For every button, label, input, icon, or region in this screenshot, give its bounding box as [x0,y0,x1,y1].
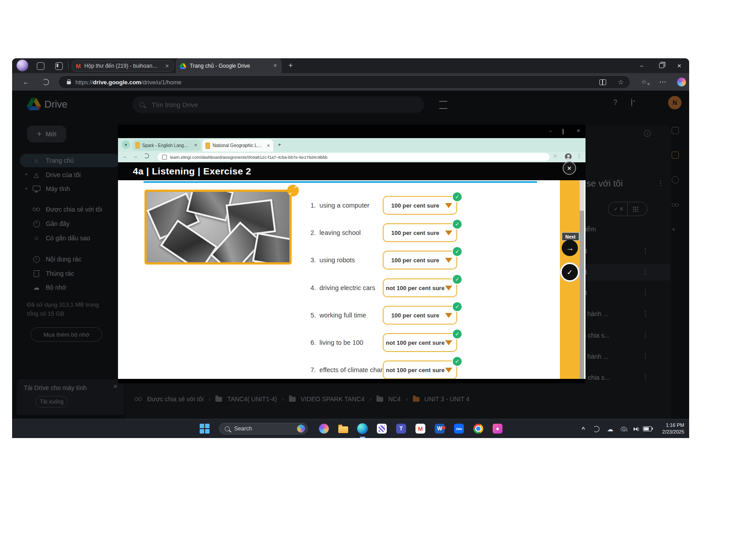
answer-dropdown[interactable]: not 100 per cent sure [383,333,457,352]
exercise-item-label: 4.driving electric cars [310,283,375,293]
inner-url-row: ← → learn.eltngl.com/dashboard/assignmen… [118,152,586,162]
address-bar[interactable]: https://drive.google.com/drive/u/1/home … [58,75,630,89]
correct-check-badge: ✓ [452,191,463,202]
taskbar-clock[interactable]: 1:16 PM 2/23/2025 [649,422,684,435]
gmail-icon[interactable]: M [415,423,426,434]
zalo-icon[interactable]: Zalo [454,423,464,434]
exercise-title: 4a | Listening | Exercise 2 [133,166,251,177]
inner-minimize-icon: – [549,128,552,133]
search-highlight-icon [297,425,305,433]
tab-title: Trang chủ - Google Drive [190,63,269,69]
close-tab-icon[interactable]: ✕ [272,63,278,69]
dropdown-caret-icon [445,230,452,235]
file-explorer-icon[interactable] [338,423,349,434]
inner-window-bottom-bar [118,379,586,383]
correct-check-badge: ✓ [452,219,463,230]
answer-dropdown[interactable]: not 100 per cent sure [383,278,457,297]
browser-tab-gmail[interactable]: M Hộp thư đến (219) - buihoangngu ✕ [72,60,174,72]
copilot-icon[interactable] [675,73,688,91]
clock-time: 1:16 PM [649,422,684,429]
correct-check-badge: ✓ [452,274,463,285]
dropdown-caret-icon [445,203,452,208]
workspaces-icon[interactable] [37,62,44,70]
inner-back-icon: ← [122,153,127,159]
volume-icon[interactable]: ) [630,419,642,438]
inner-menu-icon: ⋮ [577,153,581,159]
gmail-favicon: M [76,63,81,69]
dropdown-caret-icon [445,340,452,345]
onedrive-cloud-icon[interactable]: ☁ [604,419,616,438]
tray-chevron-up-icon[interactable]: ^ [577,419,590,438]
dropdown-caret-icon [445,286,452,291]
correct-check-badge: ✓ [452,301,463,312]
exercise-item-label: 2.leaving school [310,228,361,238]
exercise-item-label: 6.living to be 100 [310,338,363,347]
pink-app-icon[interactable]: ◆ [492,423,503,434]
inner-reload-icon [144,153,149,159]
tray-sync-icon[interactable] [590,419,602,438]
desktop: M Hộp thư đến (219) - buihoangngu ✕ Tran… [0,0,756,534]
restore-button[interactable] [651,58,671,73]
inner-profile-icon [565,153,572,160]
purple-stripes-app-icon[interactable] [376,423,387,434]
reload-icon [43,79,49,85]
chrome-icon[interactable] [473,423,484,434]
browser-window: M Hộp thư đến (219) - buihoangngu ✕ Tran… [12,58,689,419]
inner-bookmark-icon: ☆ [553,153,557,158]
exercise-title-bar: 4a | Listening | Exercise 2 [118,162,586,180]
answer-dropdown[interactable]: 100 per cent sure [383,251,457,269]
browser-tab-drive[interactable]: Trang chủ - Google Drive ✕ [176,58,282,73]
close-window-button[interactable]: ✕ [669,58,689,73]
browser-menu-icon[interactable]: ⋯ [656,73,669,91]
taskbar-search[interactable]: Search [219,423,308,434]
correct-check-badge: ✓ [452,246,463,257]
teams-icon[interactable]: T [396,423,406,434]
wifi-icon[interactable] [618,419,629,438]
word-icon[interactable]: W [434,423,445,434]
inner-scrollbar-thumb[interactable] [580,211,584,379]
correct-check-badge: ✓ [452,356,463,367]
browser-toolbar: ← https://drive.google.com/drive/u/1/hom… [12,73,689,91]
inner-new-tab-icon: + [278,141,281,148]
submit-check-button[interactable]: ✓ [560,263,579,282]
back-button[interactable]: ← [19,73,33,91]
preview-image-window: – ✕ ▾ Spark - English Language Platf ✕ N… [118,125,586,383]
inner-url-text: learn.eltngl.com/dashboard/assignments/0… [170,155,328,160]
expand-image-button[interactable]: ↗↙ [287,185,299,196]
inner-tab-strip: ▾ Spark - English Language Platf ✕ Natio… [118,138,586,152]
browser-tab-strip: M Hộp thư đến (219) - buihoangngu ✕ Tran… [12,58,689,73]
close-tab-icon[interactable]: ✕ [164,63,170,69]
exercise-content: ↗↙ 1.using a computer 100 per cent sure … [118,180,586,379]
tab-search-chevron-icon: ▾ [122,140,130,149]
browser-profile-avatar[interactable] [17,60,28,71]
exercise-item-label: 3.using robots [310,255,355,265]
drive-page: Drive Tìm trong Drive ? N + Mới ⌂ Trang … [12,91,689,419]
answer-dropdown[interactable]: 100 per cent sure [383,306,457,325]
next-arrow-button[interactable]: → [562,240,578,256]
site-settings-icon [162,155,167,160]
progress-line [144,181,537,183]
answer-dropdown[interactable]: not 100 per cent sure [383,360,457,379]
url-text: https://drive.google.com/drive/u/1/home [75,79,599,86]
lock-icon [67,81,71,84]
split-screen-icon[interactable] [599,79,606,85]
answer-dropdown[interactable]: 100 per cent sure [383,223,457,242]
edge-taskbar-icon[interactable] [357,423,368,434]
inner-address-bar: learn.eltngl.com/dashboard/assignments/0… [157,153,550,161]
exercise-close-button[interactable]: ✕ [563,161,576,175]
reload-button[interactable] [39,73,52,91]
dropdown-caret-icon [445,368,452,373]
copilot-taskbar-icon[interactable] [319,423,329,434]
bookmark-star-icon[interactable]: ☆ [618,78,624,86]
new-tab-button[interactable]: + [288,61,293,69]
inner-restore-icon [563,129,564,134]
inner-forward-icon: → [133,153,138,159]
minimize-button[interactable]: – [632,58,651,73]
edge-active-indicator [360,437,365,438]
taskbar: Search T M W Zalo ◆ ^ ☁ ) 1:16 PM 2/23/2… [12,419,689,438]
answer-dropdown[interactable]: 100 per cent sure [383,196,457,215]
start-button[interactable] [200,424,210,434]
favorites-bar-icon[interactable]: ☆ [637,73,651,91]
vertical-tabs-icon[interactable] [55,62,63,70]
exercise-photo[interactable] [144,190,292,265]
